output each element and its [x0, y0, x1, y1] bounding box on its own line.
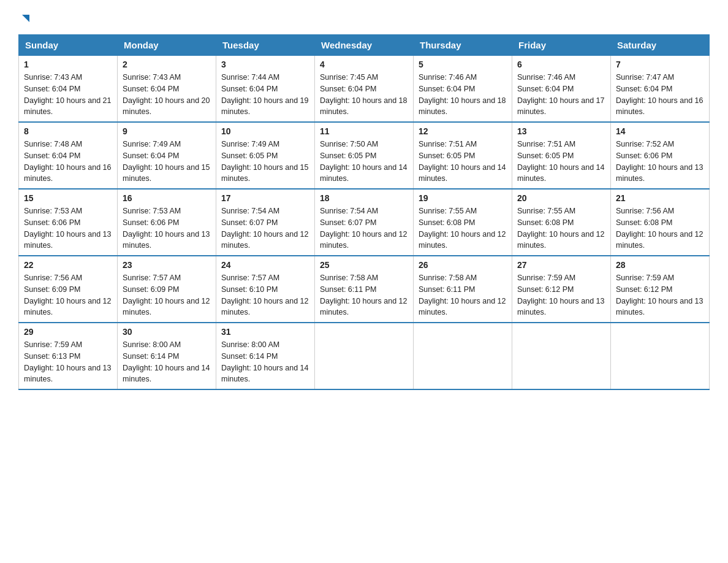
day-number: 13	[517, 126, 605, 136]
day-number: 26	[419, 260, 507, 270]
table-cell: 14 Sunrise: 7:52 AMSunset: 6:06 PMDaylig…	[611, 122, 710, 189]
day-number: 30	[123, 327, 211, 337]
day-info: Sunrise: 7:59 AMSunset: 6:12 PMDaylight:…	[616, 272, 704, 318]
day-info: Sunrise: 7:49 AMSunset: 6:04 PMDaylight:…	[123, 139, 211, 185]
table-cell: 15 Sunrise: 7:53 AMSunset: 6:06 PMDaylig…	[19, 189, 118, 256]
day-info: Sunrise: 7:52 AMSunset: 6:06 PMDaylight:…	[616, 139, 704, 185]
day-info: Sunrise: 7:44 AMSunset: 6:04 PMDaylight:…	[221, 72, 309, 118]
table-cell: 21 Sunrise: 7:56 AMSunset: 6:08 PMDaylig…	[611, 189, 710, 256]
day-number: 9	[123, 126, 211, 136]
table-cell: 22 Sunrise: 7:56 AMSunset: 6:09 PMDaylig…	[19, 256, 118, 323]
day-number: 5	[419, 59, 507, 69]
day-number: 7	[616, 59, 704, 69]
table-cell: 24 Sunrise: 7:57 AMSunset: 6:10 PMDaylig…	[216, 256, 315, 323]
header-saturday: Saturday	[611, 35, 710, 56]
header-monday: Monday	[118, 35, 216, 56]
day-number: 17	[221, 193, 309, 203]
table-cell: 7 Sunrise: 7:47 AMSunset: 6:04 PMDayligh…	[611, 56, 710, 123]
table-cell: 26 Sunrise: 7:58 AMSunset: 6:11 PMDaylig…	[414, 256, 512, 323]
day-info: Sunrise: 7:43 AMSunset: 6:04 PMDaylight:…	[123, 72, 211, 118]
day-number: 11	[320, 126, 408, 136]
header-wednesday: Wednesday	[315, 35, 414, 56]
week-row-5: 29 Sunrise: 7:59 AMSunset: 6:13 PMDaylig…	[19, 323, 710, 389]
table-cell: 28 Sunrise: 7:59 AMSunset: 6:12 PMDaylig…	[611, 256, 710, 323]
table-cell: 20 Sunrise: 7:55 AMSunset: 6:08 PMDaylig…	[512, 189, 611, 256]
day-info: Sunrise: 7:56 AMSunset: 6:09 PMDaylight:…	[24, 272, 112, 318]
day-info: Sunrise: 7:43 AMSunset: 6:04 PMDaylight:…	[24, 72, 112, 118]
week-row-1: 1 Sunrise: 7:43 AMSunset: 6:04 PMDayligh…	[19, 56, 710, 123]
table-cell: 3 Sunrise: 7:44 AMSunset: 6:04 PMDayligh…	[216, 56, 315, 123]
day-number: 22	[24, 260, 112, 270]
week-row-2: 8 Sunrise: 7:48 AMSunset: 6:04 PMDayligh…	[19, 122, 710, 189]
table-cell: 25 Sunrise: 7:58 AMSunset: 6:11 PMDaylig…	[315, 256, 414, 323]
day-info: Sunrise: 7:51 AMSunset: 6:05 PMDaylight:…	[517, 139, 605, 185]
day-number: 8	[24, 126, 112, 136]
header-tuesday: Tuesday	[216, 35, 315, 56]
table-cell: 27 Sunrise: 7:59 AMSunset: 6:12 PMDaylig…	[512, 256, 611, 323]
day-info: Sunrise: 7:53 AMSunset: 6:06 PMDaylight:…	[123, 205, 211, 251]
page-header	[18, 12, 710, 25]
table-cell	[512, 323, 611, 389]
day-number: 31	[221, 327, 309, 337]
day-info: Sunrise: 7:50 AMSunset: 6:05 PMDaylight:…	[320, 139, 408, 185]
svg-marker-0	[22, 15, 29, 22]
day-info: Sunrise: 7:47 AMSunset: 6:04 PMDaylight:…	[616, 72, 704, 118]
calendar-table: SundayMondayTuesdayWednesdayThursdayFrid…	[18, 34, 710, 390]
day-info: Sunrise: 7:59 AMSunset: 6:13 PMDaylight:…	[24, 339, 112, 385]
day-number: 19	[419, 193, 507, 203]
week-row-4: 22 Sunrise: 7:56 AMSunset: 6:09 PMDaylig…	[19, 256, 710, 323]
day-number: 2	[123, 59, 211, 69]
day-info: Sunrise: 8:00 AMSunset: 6:14 PMDaylight:…	[123, 339, 211, 385]
day-info: Sunrise: 7:58 AMSunset: 6:11 PMDaylight:…	[320, 272, 408, 318]
day-number: 14	[616, 126, 704, 136]
header-thursday: Thursday	[414, 35, 512, 56]
table-cell: 1 Sunrise: 7:43 AMSunset: 6:04 PMDayligh…	[19, 56, 118, 123]
header-sunday: Sunday	[19, 35, 118, 56]
day-number: 29	[24, 327, 112, 337]
day-info: Sunrise: 7:58 AMSunset: 6:11 PMDaylight:…	[419, 272, 507, 318]
table-cell: 30 Sunrise: 8:00 AMSunset: 6:14 PMDaylig…	[118, 323, 216, 389]
table-cell: 17 Sunrise: 7:54 AMSunset: 6:07 PMDaylig…	[216, 189, 315, 256]
calendar-header-row: SundayMondayTuesdayWednesdayThursdayFrid…	[19, 35, 710, 56]
day-info: Sunrise: 7:55 AMSunset: 6:08 PMDaylight:…	[517, 205, 605, 251]
day-info: Sunrise: 7:56 AMSunset: 6:08 PMDaylight:…	[616, 205, 704, 251]
day-number: 1	[24, 59, 112, 69]
table-cell: 6 Sunrise: 7:46 AMSunset: 6:04 PMDayligh…	[512, 56, 611, 123]
day-info: Sunrise: 7:51 AMSunset: 6:05 PMDaylight:…	[419, 139, 507, 185]
day-number: 23	[123, 260, 211, 270]
table-cell: 4 Sunrise: 7:45 AMSunset: 6:04 PMDayligh…	[315, 56, 414, 123]
table-cell: 5 Sunrise: 7:46 AMSunset: 6:04 PMDayligh…	[414, 56, 512, 123]
day-info: Sunrise: 7:45 AMSunset: 6:04 PMDaylight:…	[320, 72, 408, 118]
table-cell	[315, 323, 414, 389]
day-number: 21	[616, 193, 704, 203]
day-number: 6	[517, 59, 605, 69]
table-cell: 13 Sunrise: 7:51 AMSunset: 6:05 PMDaylig…	[512, 122, 611, 189]
day-number: 3	[221, 59, 309, 69]
day-number: 16	[123, 193, 211, 203]
day-info: Sunrise: 7:54 AMSunset: 6:07 PMDaylight:…	[221, 205, 309, 251]
day-info: Sunrise: 7:57 AMSunset: 6:10 PMDaylight:…	[221, 272, 309, 318]
table-cell: 8 Sunrise: 7:48 AMSunset: 6:04 PMDayligh…	[19, 122, 118, 189]
logo-triangle-icon	[20, 12, 32, 25]
day-number: 18	[320, 193, 408, 203]
day-number: 28	[616, 260, 704, 270]
table-cell: 11 Sunrise: 7:50 AMSunset: 6:05 PMDaylig…	[315, 122, 414, 189]
logo	[18, 12, 32, 25]
table-cell: 2 Sunrise: 7:43 AMSunset: 6:04 PMDayligh…	[118, 56, 216, 123]
day-info: Sunrise: 7:54 AMSunset: 6:07 PMDaylight:…	[320, 205, 408, 251]
day-info: Sunrise: 8:00 AMSunset: 6:14 PMDaylight:…	[221, 339, 309, 385]
day-number: 4	[320, 59, 408, 69]
table-cell: 10 Sunrise: 7:49 AMSunset: 6:05 PMDaylig…	[216, 122, 315, 189]
day-number: 27	[517, 260, 605, 270]
day-number: 20	[517, 193, 605, 203]
day-info: Sunrise: 7:48 AMSunset: 6:04 PMDaylight:…	[24, 139, 112, 185]
table-cell: 19 Sunrise: 7:55 AMSunset: 6:08 PMDaylig…	[414, 189, 512, 256]
day-info: Sunrise: 7:57 AMSunset: 6:09 PMDaylight:…	[123, 272, 211, 318]
table-cell: 18 Sunrise: 7:54 AMSunset: 6:07 PMDaylig…	[315, 189, 414, 256]
day-number: 10	[221, 126, 309, 136]
day-info: Sunrise: 7:53 AMSunset: 6:06 PMDaylight:…	[24, 205, 112, 251]
day-number: 15	[24, 193, 112, 203]
day-info: Sunrise: 7:49 AMSunset: 6:05 PMDaylight:…	[221, 139, 309, 185]
table-cell: 16 Sunrise: 7:53 AMSunset: 6:06 PMDaylig…	[118, 189, 216, 256]
day-info: Sunrise: 7:46 AMSunset: 6:04 PMDaylight:…	[419, 72, 507, 118]
